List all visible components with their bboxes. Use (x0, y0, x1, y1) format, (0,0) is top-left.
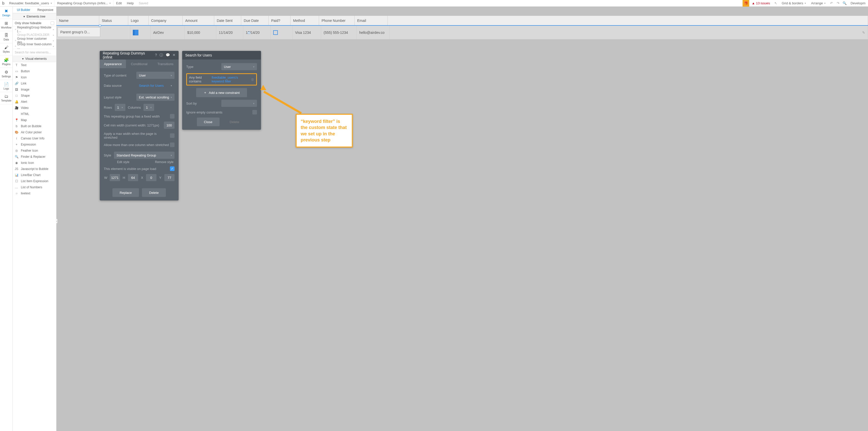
style-dd[interactable]: Standard Repeating Group▾ (114, 152, 175, 159)
visual-element-item[interactable]: JSJavascript to Bubble (13, 166, 56, 172)
search-icon[interactable]: 🔍 (841, 1, 848, 5)
issues-button[interactable]: ▲13 issues (749, 1, 773, 5)
visual-element-item[interactable]: □Shape (13, 93, 56, 99)
tab-conditional[interactable]: Conditional (126, 60, 152, 68)
env-dropdown[interactable]: Developm (848, 0, 868, 6)
tab-appearance[interactable]: Appearance (100, 60, 126, 68)
rows-label: Rows (104, 105, 112, 110)
y-input[interactable]: 77 (164, 174, 175, 181)
cellmin-input[interactable]: 100 (164, 122, 175, 129)
rail-styles[interactable]: 🖌Styles (0, 43, 12, 56)
visual-element-item[interactable]: +Expression (13, 142, 56, 148)
visual-element-item[interactable]: ▭Button (13, 68, 56, 74)
type-dd[interactable]: User▾ (221, 63, 257, 70)
rail-plugins[interactable]: 🧩Plugins (0, 56, 12, 68)
cell-name[interactable]: Parent group's D... (58, 27, 100, 37)
rows-dd[interactable]: 1▾ (115, 104, 125, 111)
visual-element-item[interactable]: 📍Map (13, 117, 56, 123)
cell-email[interactable]: hello@airdev.co (356, 26, 390, 39)
tab-responsive[interactable]: Responsive (35, 7, 57, 13)
arrange-dropdown[interactable]: Arrange (808, 0, 828, 6)
info-icon[interactable]: ⓘ (159, 53, 163, 58)
help-menu[interactable]: Help (124, 0, 136, 6)
reusable-dropdown[interactable]: Reusable: fixedtable_users (7, 0, 55, 6)
visible-label: This element is visible on page load (104, 167, 170, 171)
only-hideable-checkbox[interactable] (51, 21, 54, 25)
rail-data[interactable]: 🗄Data (0, 31, 12, 43)
tree-item[interactable]: +Group Inner fixed-column …▸ (13, 43, 56, 49)
layout-dd[interactable]: Ext. vertical scrolling▾ (136, 94, 175, 101)
table-row[interactable]: Parent group's D... AirDev $10,000 11/14… (57, 26, 868, 39)
selection-handle[interactable] (248, 32, 250, 34)
selection-handle[interactable] (99, 25, 101, 27)
replace-button[interactable]: Replace (113, 188, 139, 197)
tab-ui-builder[interactable]: UI Builder (13, 7, 35, 13)
onecol-toggle[interactable] (170, 143, 175, 147)
visible-toggle[interactable]: ✓ (170, 166, 175, 171)
pointer-icon[interactable]: ↖ (773, 1, 779, 5)
cell-date-sent: 11/14/20 (216, 26, 243, 39)
cell-phone[interactable]: (555) 555-1234 (321, 26, 356, 39)
data-source-dd[interactable]: Search for Users▾ (136, 82, 175, 89)
delete-search-button[interactable]: Delete (223, 118, 247, 126)
visual-element-item[interactable]: 🔍Finder & Replacer (13, 154, 56, 160)
visual-elements-toggle[interactable]: ▾Visual elements (13, 56, 56, 62)
cell-edit-icon[interactable]: ✎ (390, 26, 868, 39)
trash-icon[interactable]: 🗑 (251, 78, 254, 82)
x-input[interactable]: 0 (146, 174, 156, 181)
constraint-value[interactable]: fixedtable_users's keyword filter (212, 75, 249, 83)
gift-icon[interactable]: 🎁 (743, 0, 749, 7)
visual-element-item[interactable]: 🖼Image (13, 87, 56, 93)
visual-element-item[interactable]: ◎Feather Icon (13, 148, 56, 154)
elements-tree-toggle[interactable]: ▾Elements tree (13, 13, 56, 20)
sidebar-collapse-handle[interactable]: ◂ (57, 219, 58, 223)
close-icon[interactable]: ✕ (173, 53, 176, 58)
delete-button[interactable]: Delete (142, 188, 166, 197)
grid-dropdown[interactable]: Grid & borders (779, 0, 809, 6)
visual-element-item[interactable]: ○livetext (13, 190, 56, 196)
constraint-row[interactable]: Any field contains fixedtable_users's ke… (186, 73, 257, 86)
edit-style-link[interactable]: Edit style (117, 160, 129, 164)
h-input[interactable]: 64 (128, 174, 138, 181)
tree-item[interactable]: +RepeatingGroup Website (…▸ (13, 27, 56, 32)
rail-workflow[interactable]: ⊞Workflow (0, 19, 12, 31)
remove-style-link[interactable]: Remove style (155, 160, 174, 164)
visual-element-item[interactable]: ◉Ionic Icon (13, 160, 56, 166)
visual-element-item[interactable]: 🎥Video (13, 105, 56, 111)
visual-element-item[interactable]: 🎨Air Color picker (13, 129, 56, 135)
help-icon[interactable]: ? (155, 53, 157, 58)
type-content-dd[interactable]: User▾ (136, 72, 175, 79)
undo-icon[interactable]: ↶ (828, 1, 835, 5)
panel1-header[interactable]: Repeating Group Dummys (infinit ? ⓘ 💬 ✕ (100, 51, 179, 60)
element-search[interactable]: Search for new elements... (13, 49, 56, 56)
sort-dd[interactable]: ▾ (221, 100, 257, 107)
visual-element-item[interactable]: …List of Numbers (13, 184, 56, 190)
maxw-toggle[interactable] (170, 133, 175, 138)
visual-element-item[interactable]: 🔗Link (13, 81, 56, 87)
visual-element-item[interactable]: iCanvas User Info (13, 135, 56, 142)
visual-element-item[interactable]: TText (13, 62, 56, 68)
element-dropdown[interactable]: Repeating Group Dummys (infini... (55, 0, 113, 6)
rail-settings[interactable]: ⚙Settings (0, 68, 12, 80)
edit-menu[interactable]: Edit (114, 0, 124, 6)
rail-design[interactable]: ✖Design (0, 7, 12, 19)
visual-element-item[interactable]: 📊Line/Bar Chart (13, 172, 56, 178)
panel2-header[interactable]: Search for Users (182, 51, 261, 60)
cols-dd[interactable]: 1▾ (144, 104, 154, 111)
redo-icon[interactable]: ↷ (835, 1, 841, 5)
w-input[interactable]: 1271 (110, 174, 120, 181)
visual-element-item[interactable]: HTML (13, 111, 56, 117)
ignore-toggle[interactable] (252, 110, 257, 115)
rail-templates[interactable]: 🗂Template (0, 92, 12, 104)
rail-logs[interactable]: 📄Logs (0, 80, 12, 92)
visual-element-item[interactable]: ⚑Icon (13, 74, 56, 81)
fixed-width-toggle[interactable] (170, 114, 175, 119)
visual-element-item[interactable]: bBuilt on Bubble (13, 123, 56, 129)
visual-element-item[interactable]: ☐List Item Expression (13, 178, 56, 184)
visual-element-item[interactable]: 🔔Alert (13, 99, 56, 105)
comment-icon[interactable]: 💬 (165, 53, 170, 58)
tab-transitions[interactable]: Transitions (152, 60, 179, 68)
onecol-label: Allow more than one column when stretche… (104, 143, 170, 147)
add-constraint-button[interactable]: ＋Add a new constraint (196, 88, 247, 97)
close-button[interactable]: Close (197, 118, 220, 126)
